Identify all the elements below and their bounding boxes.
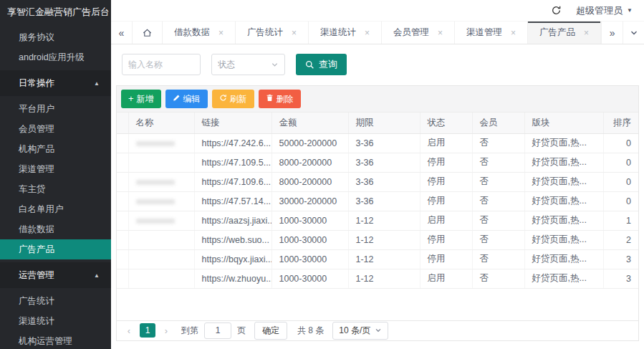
app-window: 享智汇金融营销广告后台 服务协议android应用升级日常操作▲平台用户会员管理…: [0, 0, 644, 349]
table-row[interactable]: https://bqyx.jiaxi...1000-300001-12停用否好贷…: [117, 249, 638, 269]
sidebar-item[interactable]: 借款数据: [0, 219, 111, 239]
header-cell-selector: [117, 113, 128, 133]
table-header-row: 名称链接金额期限状态会员版块排序: [117, 113, 638, 133]
grid-toolbar: +新增编辑刷新删除: [117, 86, 638, 113]
cell-link: https://47.109.5...: [194, 153, 271, 172]
status-select[interactable]: 状态: [211, 54, 285, 75]
cell-amount: 1000-30000: [271, 230, 348, 249]
sidebar-item[interactable]: 平台用户: [0, 99, 111, 119]
tab-bar: « 借款数据×广告统计×渠道统计×会员管理×渠道管理×广告产品× »: [111, 21, 644, 44]
next-page-button[interactable]: ›: [161, 325, 171, 336]
plus-icon: +: [128, 94, 134, 104]
sidebar-item[interactable]: 渠道统计: [0, 311, 111, 331]
cell-amount: 1000-30000: [271, 249, 348, 269]
edit-button[interactable]: 编辑: [165, 90, 208, 108]
page-number-button[interactable]: 1: [140, 323, 155, 338]
tab-close-icon[interactable]: ×: [438, 28, 443, 38]
cell-status: 启用: [420, 269, 472, 288]
goto-page-input[interactable]: [204, 322, 231, 339]
goto-label: 到第: [181, 325, 198, 337]
tab[interactable]: 渠道管理×: [455, 21, 528, 44]
table-row[interactable]: https://47.242.6...50000-2000003-36启用否好贷…: [117, 133, 638, 153]
tab-close-icon[interactable]: ×: [584, 28, 589, 38]
goto-confirm-button[interactable]: 确定: [254, 322, 287, 340]
cell-member: 否: [472, 230, 524, 249]
delete-button[interactable]: 删除: [259, 90, 301, 108]
collapse-arrow-icon: ▲: [94, 80, 100, 87]
sidebar-item[interactable]: 渠道管理: [0, 159, 111, 179]
cell-term: 1-12: [348, 230, 420, 249]
cell-status: 启用: [420, 133, 472, 153]
name-search-input[interactable]: [122, 54, 201, 75]
table-row[interactable]: https://web.suo...1000-300001-12停用否好贷页面,…: [117, 230, 638, 249]
cell-status: 停用: [420, 249, 472, 269]
cell-member: 否: [472, 172, 524, 191]
pagination-bar: ‹ 1 › 到第 页 确定 共 8 条 10 条/页: [117, 320, 638, 340]
sidebar-section[interactable]: 日常操作▲: [0, 70, 111, 96]
sidebar-item[interactable]: 机构运营管理: [0, 331, 111, 349]
cell-link: https://47.242.6...: [194, 133, 271, 153]
tab[interactable]: 广告统计×: [236, 21, 309, 44]
tabs-menu-button[interactable]: [623, 21, 644, 44]
home-tab[interactable]: [133, 21, 163, 44]
cell-sort: 0: [603, 153, 638, 172]
sidebar-item[interactable]: 机构产品: [0, 139, 111, 159]
sidebar-item[interactable]: 广告产品: [0, 239, 111, 259]
search-button[interactable]: 查询: [296, 54, 347, 75]
sidebar-item[interactable]: 广告统计: [0, 291, 111, 311]
cell-term: 3-36: [348, 191, 420, 211]
sidebar-item[interactable]: 车主贷: [0, 179, 111, 199]
collapse-arrow-icon: ▲: [94, 272, 100, 279]
add-button[interactable]: +新增: [121, 90, 161, 108]
cell-term: 1-12: [348, 249, 420, 269]
toolbar-button-label: 编辑: [183, 93, 201, 105]
tab[interactable]: 会员管理×: [382, 21, 455, 44]
status-select-value: 状态: [218, 59, 235, 71]
grid-empty-space: [117, 289, 638, 320]
table-body: https://47.242.6...50000-2000003-36启用否好贷…: [117, 133, 638, 288]
cell-name: [128, 191, 194, 211]
tab[interactable]: 渠道统计×: [309, 21, 382, 44]
cell-link: https://47.57.14...: [194, 191, 271, 211]
tab-close-icon[interactable]: ×: [218, 28, 224, 38]
sidebar-section[interactable]: 运营管理▲: [0, 262, 111, 288]
table-row[interactable]: https://aazsj.jiaxi...1000-300001-12启用否好…: [117, 211, 638, 230]
prev-page-button[interactable]: ‹: [124, 325, 134, 336]
cell-member: 否: [472, 269, 524, 288]
sidebar-item[interactable]: android应用升级: [0, 47, 111, 67]
table-row[interactable]: https://47.109.6...8000-2000003-36停用否好贷页…: [117, 172, 638, 191]
app-title: 享智汇金融营销广告后台: [0, 0, 111, 24]
refresh-icon[interactable]: [551, 5, 562, 16]
cell-selector: [117, 133, 128, 153]
chevron-down-icon: [271, 61, 279, 69]
cell-name: [128, 172, 194, 191]
table-row[interactable]: https://47.57.14...30000-2000003-36停用否好贷…: [117, 191, 638, 211]
page-size-select[interactable]: 10 条/页: [332, 322, 388, 340]
refresh-button[interactable]: 刷新: [212, 90, 254, 108]
tabs-scroll-left-button[interactable]: «: [111, 21, 133, 44]
tabs-scroll-right-button[interactable]: »: [601, 21, 623, 44]
header-cell: 期限: [348, 113, 420, 133]
table-row[interactable]: https://47.109.5...8000-2000003-36停用否好贷页…: [117, 153, 638, 172]
pencil-icon: [173, 94, 181, 104]
search-icon: [305, 60, 314, 70]
sidebar-item[interactable]: 会员管理: [0, 119, 111, 139]
tab[interactable]: 借款数据×: [163, 21, 236, 44]
tab[interactable]: 广告产品×: [528, 21, 601, 44]
sidebar-item[interactable]: 服务协议: [0, 27, 111, 47]
ads-table: 名称链接金额期限状态会员版块排序 https://47.242.6...5000…: [117, 113, 638, 289]
tab-close-icon[interactable]: ×: [511, 28, 516, 38]
cell-selector: [117, 249, 128, 269]
cell-sort: 0: [603, 133, 638, 153]
search-button-label: 查询: [319, 58, 337, 71]
cell-selector: [117, 191, 128, 211]
cell-sort: 3: [603, 269, 638, 288]
sidebar-item[interactable]: 白名单用户: [0, 199, 111, 219]
cell-status: 停用: [420, 191, 472, 211]
user-menu[interactable]: 超级管理员 ▼: [576, 4, 633, 17]
tab-close-icon[interactable]: ×: [365, 28, 370, 38]
table-row[interactable]: https://w.zhuoyu...1000-300001-12启用否好贷页面…: [117, 269, 638, 288]
tab-close-icon[interactable]: ×: [292, 28, 297, 38]
tab-label: 广告产品: [539, 27, 575, 39]
user-name: 超级管理员: [576, 4, 623, 17]
